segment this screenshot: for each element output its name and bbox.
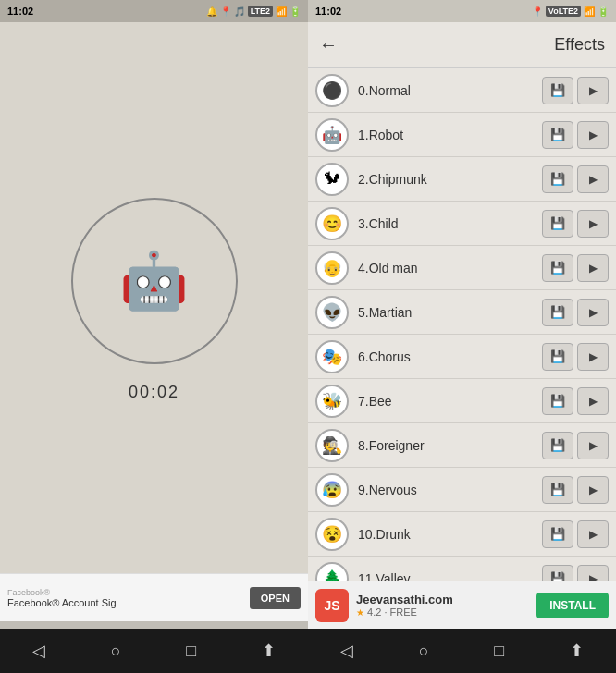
effect-icon-6: 🎭: [315, 340, 349, 373]
status-bar-left: 11:02 🔔 📍 🎵 LTE2 📶 🔋: [0, 0, 308, 22]
effect-name-3: 3.Child: [358, 216, 538, 231]
play-button-3[interactable]: ▶: [577, 210, 609, 238]
top-bar-right: ← Effects: [308, 22, 616, 68]
play-button-4[interactable]: ▶: [577, 254, 609, 282]
lte-badge-right: VoLTE2: [546, 6, 581, 17]
lte-badge: LTE2: [248, 6, 273, 17]
effect-icon-10: 😵: [315, 518, 349, 551]
effect-item-1: 🤖1.Robot💾▶: [308, 113, 616, 157]
open-button[interactable]: OPEN: [250, 587, 301, 609]
status-bar-right: 11:02 📍 VoLTE2 📶 🔋: [308, 0, 616, 22]
notification-icon: 🔔: [206, 6, 217, 17]
play-button-6[interactable]: ▶: [577, 343, 609, 371]
install-button[interactable]: INSTALL: [536, 593, 609, 618]
status-icons-left: 🔔 📍 🎵 LTE2 📶 🔋: [206, 6, 301, 17]
effect-icon-2: 🐿: [315, 163, 349, 196]
effect-item-11: 🌲11.Valley💾▶: [308, 557, 616, 581]
status-icons-right: 📍 VoLTE2 📶 🔋: [532, 6, 609, 17]
ad-title-left: Facebook® Account Sig: [7, 597, 242, 608]
play-button-11[interactable]: ▶: [577, 565, 609, 581]
ad-info-right: Jeevansathi.com ★ 4.2 · FREE: [356, 593, 529, 618]
effect-name-11: 11.Valley: [358, 571, 538, 581]
save-button-3[interactable]: 💾: [542, 210, 573, 238]
back-arrow[interactable]: ←: [319, 34, 338, 55]
rating-value: 4.2: [367, 606, 381, 618]
effect-item-7: 🐝7.Bee💾▶: [308, 379, 616, 423]
save-button-5[interactable]: 💾: [542, 299, 573, 326]
effect-item-0: ⚫0.Normal💾▶: [308, 68, 616, 113]
music-icon: 🎵: [234, 6, 245, 17]
robot-avatar: 🤖: [119, 253, 189, 309]
effect-name-4: 4.Old man: [358, 261, 538, 275]
effect-name-8: 8.Foreigner: [358, 438, 538, 453]
signal-icon: 📶: [276, 6, 287, 17]
back-nav-right[interactable]: ◁: [340, 641, 353, 661]
nav-bar-left: ◁ ○ □ ⬆: [0, 629, 308, 673]
effect-name-5: 5.Martian: [358, 305, 538, 320]
recents-nav-left[interactable]: □: [186, 642, 196, 661]
save-button-6[interactable]: 💾: [542, 343, 573, 371]
effect-icon-9: 😰: [315, 473, 349, 507]
effect-icon-7: 🐝: [315, 385, 349, 418]
extra-nav-right[interactable]: ⬆: [570, 641, 584, 661]
effect-name-2: 2.Chipmunk: [358, 172, 538, 187]
ad-rating: ★ 4.2 · FREE: [356, 606, 529, 618]
effect-name-0: 0.Normal: [358, 83, 538, 98]
save-button-11[interactable]: 💾: [542, 565, 573, 581]
battery-icon: 🔋: [290, 6, 301, 17]
back-nav-left[interactable]: ◁: [32, 641, 45, 661]
effect-icon-5: 👽: [315, 296, 349, 329]
save-button-1[interactable]: 💾: [542, 121, 573, 149]
effect-icon-4: 👴: [315, 251, 349, 285]
play-button-9[interactable]: ▶: [577, 476, 609, 504]
effect-icon-0: ⚫: [315, 74, 349, 107]
effect-item-10: 😵10.Drunk💾▶: [308, 512, 616, 557]
play-button-1[interactable]: ▶: [577, 121, 609, 149]
play-button-2[interactable]: ▶: [577, 165, 609, 193]
right-panel: 11:02 📍 VoLTE2 📶 🔋 ← Effects ⚫0.Normal💾▶…: [308, 0, 616, 673]
play-button-5[interactable]: ▶: [577, 299, 609, 326]
ad-text-left: Facebook® Facebook® Account Sig: [7, 588, 242, 608]
nav-bar-right: ◁ ○ □ ⬆: [308, 629, 616, 673]
effect-item-6: 🎭6.Chorus💾▶: [308, 335, 616, 379]
effect-item-9: 😰9.Nervous💾▶: [308, 468, 616, 512]
play-button-7[interactable]: ▶: [577, 387, 609, 415]
ad-bar-right: JS Jeevansathi.com ★ 4.2 · FREE INSTALL: [308, 581, 616, 629]
stars-icon: ★: [356, 607, 364, 618]
save-button-8[interactable]: 💾: [542, 432, 573, 459]
recents-nav-right[interactable]: □: [494, 642, 504, 661]
save-button-7[interactable]: 💾: [542, 387, 573, 415]
effect-item-5: 👽5.Martian💾▶: [308, 290, 616, 335]
save-button-4[interactable]: 💾: [542, 254, 573, 282]
rating-label: FREE: [390, 606, 417, 618]
timer-display: 00:02: [129, 383, 179, 402]
save-button-10[interactable]: 💾: [542, 520, 573, 548]
effect-item-8: 🕵8.Foreigner💾▶: [308, 423, 616, 468]
effects-list: ⚫0.Normal💾▶🤖1.Robot💾▶🐿2.Chipmunk💾▶😊3.Chi…: [308, 68, 616, 581]
time-left: 11:02: [7, 6, 33, 17]
effects-title: Effects: [349, 35, 605, 55]
effect-name-1: 1.Robot: [358, 128, 538, 142]
effect-name-10: 10.Drunk: [358, 527, 538, 542]
extra-nav-left[interactable]: ⬆: [262, 641, 276, 661]
save-button-2[interactable]: 💾: [542, 165, 573, 193]
home-nav-right[interactable]: ○: [419, 642, 429, 661]
effect-icon-3: 😊: [315, 207, 349, 240]
play-button-0[interactable]: ▶: [577, 77, 609, 104]
time-right: 11:02: [315, 6, 341, 17]
recorder-area: 🤖 00:02: [0, 22, 308, 577]
record-circle: 🤖: [71, 198, 238, 364]
effect-icon-1: 🤖: [315, 118, 349, 152]
location-icon: 📍: [220, 6, 231, 17]
effect-icon-11: 🌲: [315, 562, 349, 581]
location-icon-right: 📍: [532, 6, 543, 17]
effect-name-9: 9.Nervous: [358, 483, 538, 497]
play-button-10[interactable]: ▶: [577, 520, 609, 548]
effect-name-7: 7.Bee: [358, 394, 538, 409]
save-button-0[interactable]: 💾: [542, 77, 573, 104]
save-button-9[interactable]: 💾: [542, 476, 573, 504]
signal-icon-right: 📶: [584, 6, 595, 17]
play-button-8[interactable]: ▶: [577, 432, 609, 459]
left-panel: 11:02 🔔 📍 🎵 LTE2 📶 🔋 🤖 00:02 Facebook® F…: [0, 0, 308, 673]
home-nav-left[interactable]: ○: [111, 642, 121, 661]
